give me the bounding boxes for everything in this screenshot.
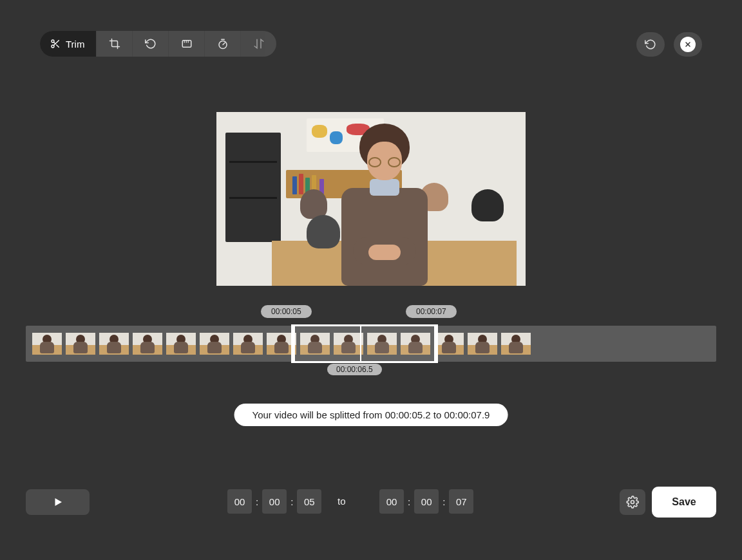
- settings-button[interactable]: [620, 489, 645, 515]
- to-separator-label: to: [338, 496, 346, 507]
- timeline-thumb[interactable]: [133, 333, 162, 355]
- svg-line-10: [223, 43, 225, 45]
- from-minutes-input[interactable]: 00: [262, 489, 287, 514]
- timeline-thumb[interactable]: [468, 333, 497, 355]
- play-button[interactable]: [26, 489, 90, 515]
- timeline-thumb[interactable]: [32, 333, 62, 355]
- to-seconds-input[interactable]: 07: [449, 489, 473, 514]
- scissors-icon: [50, 39, 61, 49]
- rotate-ccw-icon: [145, 38, 157, 50]
- timeline-thumb[interactable]: [434, 333, 464, 355]
- speed-tool-button[interactable]: [204, 31, 240, 57]
- close-button[interactable]: [674, 32, 702, 57]
- top-right-controls: [636, 32, 702, 57]
- colon: :: [256, 496, 258, 507]
- timeline-thumb[interactable]: [66, 333, 95, 355]
- timeline-thumb[interactable]: [300, 333, 330, 355]
- video-preview[interactable]: [216, 112, 526, 286]
- play-icon: [52, 496, 64, 508]
- selection-start-tag: 00:00:05: [261, 305, 312, 318]
- to-hours-input[interactable]: 00: [379, 489, 404, 514]
- timeline-thumb[interactable]: [99, 333, 129, 355]
- playhead-time-tag: 00:00:06.5: [327, 364, 382, 375]
- crop-tool-button[interactable]: [96, 31, 132, 57]
- colon: :: [408, 496, 410, 507]
- gear-icon: [626, 496, 639, 509]
- trim-label: Trim: [66, 39, 84, 50]
- selection-right-handle[interactable]: [434, 326, 438, 361]
- svg-point-15: [631, 501, 634, 504]
- split-msg-from: 00:00:05.2: [385, 409, 431, 420]
- split-info-message: Your video will be splitted from 00:00:0…: [234, 404, 508, 426]
- edit-toolbar: Trim: [40, 31, 276, 57]
- timeline-track[interactable]: [26, 326, 716, 362]
- time-from-input-group: 00 : 00 : 05: [227, 489, 321, 514]
- undo-button[interactable]: [636, 32, 665, 57]
- aspect-ratio-icon: [181, 38, 193, 50]
- flip-tool-button[interactable]: [240, 31, 276, 57]
- trim-tool-button[interactable]: Trim: [40, 31, 96, 57]
- timeline-thumb[interactable]: [233, 333, 263, 355]
- timeline-thumb[interactable]: [200, 333, 229, 355]
- from-seconds-input[interactable]: 05: [297, 489, 321, 514]
- video-trim-editor: Trim: [0, 0, 742, 560]
- close-icon: [680, 37, 696, 52]
- colon: :: [442, 496, 445, 507]
- crop-icon: [109, 38, 120, 50]
- from-hours-input[interactable]: 00: [227, 489, 252, 514]
- svg-line-4: [53, 42, 55, 44]
- selection-end-tag: 00:00:07: [406, 305, 457, 318]
- svg-line-3: [57, 45, 59, 48]
- timeline-thumb[interactable]: [501, 333, 531, 355]
- selection-left-handle[interactable]: [291, 326, 295, 361]
- to-minutes-input[interactable]: 00: [414, 489, 439, 514]
- rotate-tool-button[interactable]: [132, 31, 168, 57]
- undo-icon: [645, 39, 656, 50]
- timeline-thumb[interactable]: [401, 333, 430, 355]
- timeline-thumb[interactable]: [166, 333, 196, 355]
- timeline-thumb[interactable]: [334, 333, 363, 355]
- svg-rect-5: [182, 41, 191, 48]
- flip-icon: [253, 38, 265, 50]
- speed-icon: [217, 38, 229, 50]
- svg-marker-14: [55, 498, 62, 506]
- timeline-thumb[interactable]: [367, 333, 397, 355]
- split-msg-to-word: to: [433, 409, 444, 420]
- colon: :: [290, 496, 293, 507]
- split-msg-to: 00:00:07.9: [444, 409, 490, 420]
- split-msg-prefix: Your video will be splitted from: [252, 409, 385, 420]
- resize-tool-button[interactable]: [168, 31, 204, 57]
- time-to-input-group: 00 : 00 : 07: [379, 489, 473, 514]
- save-button[interactable]: Save: [652, 487, 716, 518]
